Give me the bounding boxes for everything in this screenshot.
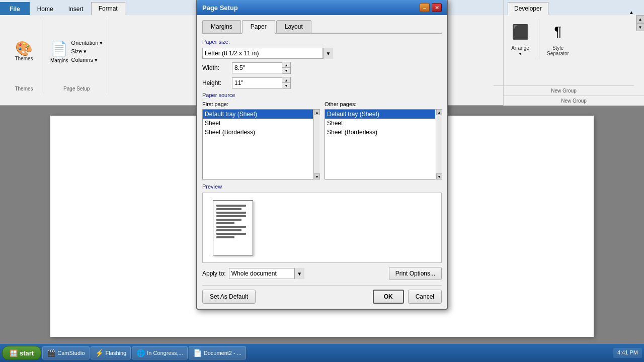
- apply-to-dropdown: Whole document ▼: [229, 268, 304, 279]
- preview-line-2: [216, 208, 242, 210]
- dialog-close-button[interactable]: ✕: [432, 3, 442, 12]
- other-pages-list[interactable]: Default tray (Sheet) Sheet Sheet (Border…: [325, 109, 442, 179]
- dialog-minimize-button[interactable]: –: [420, 3, 430, 12]
- preview-section: Preview: [202, 184, 442, 263]
- height-label: Height:: [202, 79, 230, 86]
- width-control: 8.5" ▲ ▼: [232, 62, 291, 74]
- apply-to-label: Apply to:: [202, 270, 226, 277]
- first-page-scrollbar[interactable]: ▲ ▼: [313, 109, 319, 179]
- paper-size-row: Letter (8 1/2 x 11 in) ▼: [202, 48, 442, 59]
- camstudio-icon: 🎬: [47, 349, 55, 357]
- start-orb-icon: 🪟: [10, 349, 18, 357]
- dialog-titlebar: Page Setup – ✕: [197, 0, 447, 15]
- print-options-button[interactable]: Print Options...: [389, 267, 442, 280]
- other-pages-item-0[interactable]: Default tray (Sheet): [325, 110, 435, 119]
- width-spinner: ▲ ▼: [282, 62, 291, 74]
- flashing-icon: ⚡: [95, 349, 104, 357]
- dialog-title: Page Setup: [202, 4, 238, 12]
- height-spinner: ▲ ▼: [282, 77, 291, 89]
- paper-size-control: Letter (8 1/2 x 11 in) ▼: [202, 48, 333, 59]
- first-page-item-0[interactable]: Default tray (Sheet): [203, 110, 313, 119]
- word-icon: 📄: [193, 349, 202, 357]
- preview-line-5: [216, 219, 242, 221]
- start-button[interactable]: 🪟 start: [2, 346, 41, 360]
- height-row: Height: 11" ▲ ▼: [202, 77, 442, 89]
- paper-size-section-label: Paper size:: [202, 39, 442, 45]
- preview-line-1: [216, 205, 246, 207]
- modal-overlay: Page Setup – ✕ Margins Paper Layout Pape…: [0, 0, 644, 344]
- other-pages-list-wrapper: Default tray (Sheet) Sheet Sheet (Border…: [325, 109, 442, 179]
- paper-source-label: Paper source: [202, 92, 442, 98]
- height-spin-down[interactable]: ▼: [282, 83, 290, 88]
- apply-left: Apply to: Whole document ▼: [202, 268, 304, 279]
- taskbar-item-browser[interactable]: 🌐 In Congress,...: [132, 346, 188, 359]
- width-input[interactable]: 8.5": [232, 62, 282, 73]
- apply-row: Apply to: Whole document ▼ Print Options…: [202, 267, 442, 280]
- dialog-buttons: Set As Default OK Cancel: [202, 285, 442, 304]
- first-page-scroll-down[interactable]: ▼: [314, 173, 320, 179]
- page-preview: [213, 200, 253, 255]
- height-control: 11" ▲ ▼: [232, 77, 291, 89]
- dialog-ok-cancel-group: OK Cancel: [373, 290, 442, 304]
- dialog-body: Margins Paper Layout Paper size: Letter …: [197, 15, 447, 309]
- dialog-tabs: Margins Paper Layout: [202, 20, 442, 34]
- preview-line-10: [216, 236, 234, 238]
- preview-label: Preview: [202, 184, 442, 190]
- taskbar-item-camstudio[interactable]: 🎬 CamStudio: [42, 346, 89, 359]
- other-pages-item-2[interactable]: Sheet (Borderless): [325, 128, 435, 137]
- apply-to-select[interactable]: Whole document: [229, 268, 294, 279]
- other-pages-scroll-up[interactable]: ▲: [436, 109, 442, 115]
- ok-button[interactable]: OK: [373, 290, 404, 304]
- other-pages-scroll-down[interactable]: ▼: [436, 173, 442, 179]
- width-label: Width:: [202, 64, 230, 71]
- set-as-default-button[interactable]: Set As Default: [202, 290, 256, 304]
- first-page-item-1[interactable]: Sheet: [203, 119, 313, 128]
- paper-size-select[interactable]: Letter (8 1/2 x 11 in): [202, 48, 323, 59]
- tab-margins[interactable]: Margins: [202, 20, 241, 33]
- width-spin-up[interactable]: ▲: [282, 62, 290, 68]
- browser-icon: 🌐: [136, 349, 145, 357]
- other-pages-panel: Other pages: Default tray (Sheet) Sheet …: [325, 101, 442, 179]
- other-pages-item-1[interactable]: Sheet: [325, 119, 435, 128]
- paper-source-row: First page: Default tray (Sheet) Sheet S…: [202, 101, 442, 179]
- dialog-window-controls: – ✕: [420, 3, 442, 12]
- first-page-scroll-up[interactable]: ▲: [314, 109, 320, 115]
- other-pages-label: Other pages:: [325, 101, 442, 107]
- tab-layout[interactable]: Layout: [276, 20, 311, 33]
- other-pages-scrollbar[interactable]: ▲ ▼: [436, 109, 442, 179]
- preview-line-7: [216, 226, 246, 228]
- taskbar-item-word[interactable]: 📄 Document2 - ...: [189, 346, 246, 359]
- tab-paper[interactable]: Paper: [242, 20, 275, 34]
- height-input[interactable]: 11": [232, 77, 282, 88]
- first-page-item-2[interactable]: Sheet (Borderless): [203, 128, 313, 137]
- first-page-label: First page:: [202, 101, 319, 107]
- cancel-button[interactable]: Cancel: [408, 290, 442, 304]
- first-page-list[interactable]: Default tray (Sheet) Sheet Sheet (Border…: [202, 109, 319, 179]
- first-page-panel: First page: Default tray (Sheet) Sheet S…: [202, 101, 319, 179]
- height-spin-up[interactable]: ▲: [282, 77, 290, 83]
- first-page-list-wrapper: Default tray (Sheet) Sheet Sheet (Border…: [202, 109, 319, 179]
- taskbar: 🪟 start 🎬 CamStudio ⚡ Flashing 🌐 In Cong…: [0, 344, 644, 362]
- preview-line-6: [216, 222, 234, 224]
- preview-line-9: [216, 233, 246, 235]
- taskbar-item-flashing[interactable]: ⚡ Flashing: [91, 346, 131, 359]
- preview-line-3: [216, 212, 246, 214]
- paper-size-dropdown-arrow[interactable]: ▼: [323, 48, 333, 59]
- preview-box: [202, 193, 442, 263]
- page-setup-dialog: Page Setup – ✕ Margins Paper Layout Pape…: [196, 0, 448, 310]
- clock: 4:41 PM: [613, 348, 642, 357]
- preview-line-8: [216, 229, 242, 231]
- preview-line-4: [216, 215, 246, 217]
- taskbar-right: 4:41 PM: [613, 348, 642, 357]
- apply-to-arrow[interactable]: ▼: [294, 268, 304, 279]
- width-row: Width: 8.5" ▲ ▼: [202, 62, 442, 74]
- width-spin-down[interactable]: ▼: [282, 68, 290, 73]
